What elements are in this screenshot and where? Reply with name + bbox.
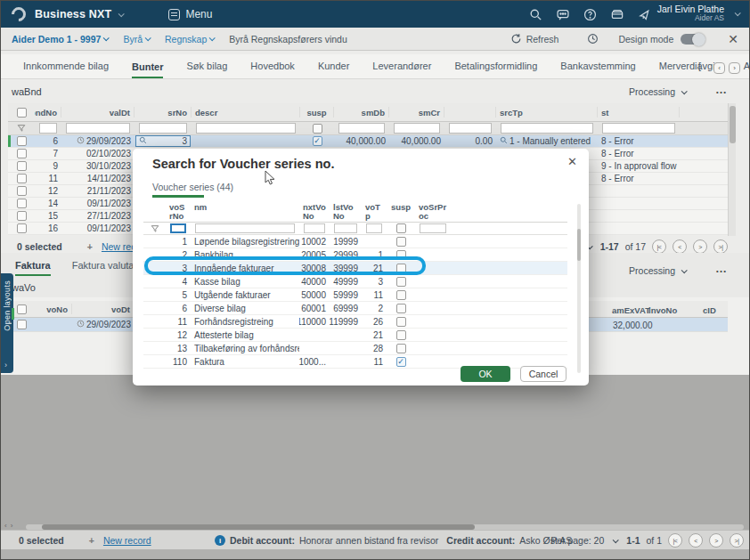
regnskap-selector[interactable]: Regnskap	[165, 34, 207, 45]
susp-checkbox[interactable]	[396, 290, 406, 300]
susp-checkbox[interactable]	[396, 237, 406, 247]
invoice-processing-dropdown[interactable]: Processing	[629, 265, 689, 276]
filter-valDt-input[interactable]	[66, 123, 130, 134]
row-checkbox[interactable]	[17, 199, 27, 208]
col-voDt[interactable]: voDt	[72, 304, 135, 314]
select-all-checkbox[interactable]	[17, 108, 27, 118]
filter-srNo-input[interactable]	[139, 123, 187, 134]
lookup-icon[interactable]	[500, 136, 508, 146]
susp-checkbox[interactable]	[396, 317, 406, 327]
help-icon[interactable]	[583, 8, 597, 21]
tab-bankavstemming[interactable]: Bankavstemming	[560, 61, 635, 78]
voucher-row-11[interactable]: 11 Forhåndsregistreing 110000 119999 26	[143, 315, 567, 329]
filter-blank-input[interactable]	[449, 123, 492, 134]
brand-chevron-down-icon[interactable]	[118, 11, 125, 17]
wallet-icon[interactable]	[610, 8, 624, 21]
modal-vscrollbar-thumb[interactable]	[577, 229, 581, 261]
col-valDt[interactable]: valDt	[61, 107, 135, 118]
filter-smCr-input[interactable]	[394, 123, 440, 134]
voucher-row-6[interactable]: 6 Diverse bilag 60001 69999 2	[143, 302, 567, 315]
first-page-button[interactable]: |<	[652, 239, 666, 254]
tabs-scroll-left-icon[interactable]: ‹	[713, 62, 725, 74]
col-voSrNo[interactable]: voSrNo	[166, 201, 191, 222]
col-susp[interactable]: susp	[387, 201, 415, 222]
filter-lstVoNo-input[interactable]	[334, 223, 357, 233]
row-checkbox[interactable]	[17, 211, 27, 221]
hscroll-arrows[interactable]: ‹›	[4, 522, 16, 530]
modal-tab-voucher-series[interactable]: Voucher series (44)	[152, 182, 233, 192]
filter-nxtVoNo-input[interactable]	[304, 223, 325, 233]
tabs-scroll-right-icon[interactable]: ›	[729, 62, 740, 74]
col-smDb[interactable]: smDb	[334, 107, 389, 118]
prev-page-button[interactable]: <	[689, 533, 703, 548]
close-window-icon[interactable]: ✕	[728, 32, 738, 46]
col-srcTp[interactable]: srcTp	[496, 107, 598, 118]
per-page-chevron-down-icon[interactable]	[613, 537, 619, 543]
history-icon[interactable]	[587, 33, 599, 46]
byra-chevron-down-icon[interactable]	[145, 35, 151, 41]
filter-descr-input[interactable]	[196, 123, 296, 134]
tab-betalingsformidling[interactable]: Betalingsformidling	[454, 61, 537, 78]
voucher-row-4[interactable]: 4 Kasse bilag 40000 49999 3	[143, 275, 567, 288]
row-checkbox[interactable]	[17, 136, 27, 146]
col-srNo[interactable]: srNo	[135, 107, 192, 118]
chat-icon[interactable]	[556, 8, 570, 21]
susp-checkbox-checked[interactable]	[396, 357, 406, 367]
filter-srcTp-input[interactable]	[501, 123, 593, 134]
col-amExVAT[interactable]: amExVAT	[612, 305, 650, 315]
prev-page-button[interactable]: <	[673, 239, 687, 254]
search-icon[interactable]	[529, 8, 542, 21]
open-layouts-tab[interactable]: Open layouts ›	[1, 273, 13, 373]
col-cID[interactable]: cID	[703, 305, 716, 315]
new-record-link[interactable]: New record	[103, 535, 151, 546]
filter-st-input[interactable]	[602, 123, 675, 134]
row-checkbox[interactable]	[17, 149, 27, 158]
col-descr[interactable]: descr	[192, 107, 300, 118]
tab-administrasjon[interactable]: Administrasjon	[744, 61, 750, 78]
modal-vscrollbar[interactable]	[577, 204, 581, 373]
filter-voSrNo-input[interactable]	[170, 223, 186, 233]
col-invoNo[interactable]: invoNo	[648, 305, 677, 315]
filter-susp-checkbox[interactable]	[396, 223, 406, 233]
susp-checkbox[interactable]	[396, 344, 406, 353]
filter-funnel-icon[interactable]	[143, 223, 166, 234]
col-voTp[interactable]: voTp	[362, 201, 387, 222]
ok-button[interactable]: OK	[461, 366, 510, 382]
col-st[interactable]: st	[598, 107, 680, 118]
tab-sok-bilag[interactable]: Søk bilag	[186, 61, 227, 78]
tab-kunder[interactable]: Kunder	[318, 61, 349, 78]
col-lstVoNo[interactable]: lstVoNo	[330, 201, 362, 222]
filter-susp-checkbox[interactable]	[313, 124, 322, 134]
susp-checkbox-checked[interactable]	[313, 136, 322, 146]
menu-button[interactable]: Menu	[168, 8, 212, 20]
filter-voSrProc-input[interactable]	[420, 223, 446, 233]
per-page-label[interactable]: Per page: 20	[550, 535, 604, 546]
voucher-row-5[interactable]: 5 Utgående fakturaer 50000 59999 11	[143, 288, 567, 302]
regnskap-chevron-down-icon[interactable]	[209, 35, 216, 41]
tab-innkommende-bilag[interactable]: Innkommende bilag	[23, 61, 109, 78]
lookup-icon[interactable]	[139, 136, 147, 146]
last-page-button[interactable]: >|	[730, 533, 744, 548]
first-page-button[interactable]: |<	[668, 533, 682, 548]
processing-dropdown[interactable]: Processing	[629, 86, 689, 97]
col-susp[interactable]: susp	[300, 107, 334, 118]
col-bndNo[interactable]: bndNo	[35, 107, 61, 118]
row-checkbox[interactable]	[17, 223, 27, 233]
tab-bunter[interactable]: Bunter	[132, 61, 163, 79]
col-nm[interactable]: nm	[191, 201, 299, 222]
susp-checkbox[interactable]	[396, 304, 406, 313]
col-voSrProc[interactable]: voSrProc	[415, 201, 451, 222]
modal-close-icon[interactable]: ✕	[567, 155, 577, 168]
next-page-button[interactable]: >	[693, 239, 707, 254]
susp-checkbox[interactable]	[396, 277, 406, 287]
next-page-button[interactable]: >	[709, 533, 723, 548]
tab-faktura[interactable]: Faktura	[15, 260, 51, 276]
tab-merverdiavgift[interactable]: Merverdiavgift	[659, 61, 721, 78]
byra-selector[interactable]: Byrå	[123, 34, 143, 45]
voucher-row-12[interactable]: 12 Attesterte bilag 21	[143, 329, 567, 342]
cancel-button[interactable]: Cancel	[520, 366, 567, 382]
filter-voTp-input[interactable]	[366, 223, 382, 233]
company-selector[interactable]: Aider Demo 1 - 9997	[12, 34, 101, 45]
bunt-row-6[interactable]: 6 29/09/2023 3 40,000.00 40,000.00 0.00 …	[8, 135, 728, 148]
srNo-selected-cell[interactable]: 3	[135, 135, 191, 147]
